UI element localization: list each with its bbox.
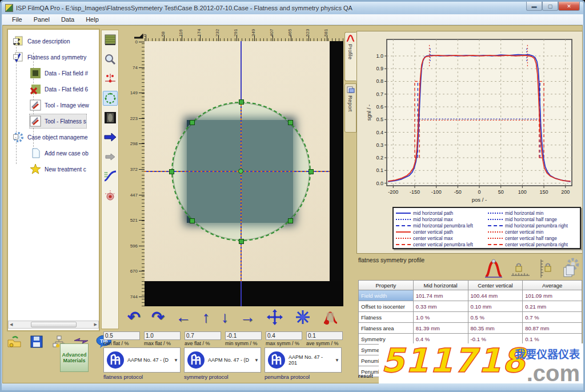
- legend-item: mid horizontal penumbra left: [396, 222, 486, 229]
- advanced-text: Advanced: [62, 352, 86, 358]
- roi-handle[interactable]: [239, 99, 244, 105]
- table-row[interactable]: Symmetry0.4 %-0.1 %0.1 %: [359, 334, 582, 345]
- legend-swatch: [396, 219, 411, 220]
- move-left-button[interactable]: ←: [175, 309, 191, 326]
- tree-item-new-treatment-c[interactable]: New treatment c: [30, 162, 86, 176]
- tree-expander[interactable]: -: [13, 134, 18, 139]
- roi-handle[interactable]: [239, 239, 244, 244]
- property-cell[interactable]: Flatness area: [359, 323, 414, 334]
- table-header-average[interactable]: Average: [523, 281, 582, 290]
- profile-curve-button[interactable]: [484, 258, 503, 279]
- tree-item-tool-flatness-s[interactable]: Tool - Flatness s: [30, 114, 86, 128]
- save-button[interactable]: [29, 334, 45, 349]
- flatness-protocol-select[interactable]: AAPM No. 47 - (D▼: [103, 347, 181, 373]
- roi-handle[interactable]: [190, 218, 195, 223]
- field-ave-symm[interactable]: [306, 331, 343, 340]
- legend-item: mid horizontal min: [488, 210, 578, 216]
- open-folder-button[interactable]: [6, 334, 22, 349]
- move-down-button[interactable]: ↓: [221, 309, 229, 326]
- maximize-button[interactable]: ▢: [542, 2, 558, 11]
- gear-pages-button[interactable]: [559, 257, 582, 279]
- field-max-symm[interactable]: [266, 331, 302, 340]
- tree-expander[interactable]: -: [13, 38, 18, 43]
- tree-item-tool-image-view[interactable]: Tool - Image view: [30, 98, 89, 112]
- menu-help[interactable]: Help: [81, 15, 104, 24]
- menu-panel[interactable]: Panel: [29, 15, 55, 24]
- arrow-gray-tool-button[interactable]: [103, 149, 118, 164]
- roi-handle[interactable]: [169, 169, 174, 174]
- tree-expander[interactable]: -: [13, 54, 18, 59]
- calib-curve-tool-button[interactable]: [103, 169, 118, 183]
- rotate-ccw-button[interactable]: ↶: [127, 309, 141, 326]
- svg-text:0.3: 0.3: [376, 142, 383, 148]
- film-image-view[interactable]: [145, 41, 343, 306]
- tree-item-data-flat-field[interactable]: Data - Flat field #: [30, 66, 88, 80]
- roi-handle[interactable]: [190, 120, 195, 125]
- table-row[interactable]: Offset to isocenter0.33 mm0.10 mm0.21 mm: [359, 301, 582, 312]
- table-row[interactable]: Flatness1.0 %0.5 %0.7 %: [359, 312, 582, 323]
- tree-item-flatness-and-symmetry[interactable]: Flatness and symmetry: [13, 50, 86, 64]
- property-cell[interactable]: Flatness: [359, 312, 414, 323]
- roi-center-handle[interactable]: [238, 169, 243, 174]
- tab-profile[interactable]: Profile: [344, 32, 356, 81]
- field-ave-flat[interactable]: [185, 331, 221, 340]
- table-header-mid-horizontal[interactable]: Mid horizontal: [413, 281, 468, 290]
- move-right-button[interactable]: →: [240, 309, 255, 326]
- field-label: min flat / %: [103, 341, 140, 346]
- roi-handle[interactable]: [308, 169, 314, 174]
- rotate-cw-button[interactable]: ↷: [151, 309, 165, 326]
- ruler-top-label: 0: [142, 34, 147, 37]
- tree-item-case-object-manageme[interactable]: Case object manageme: [13, 130, 88, 144]
- tab-report[interactable]: Report: [344, 83, 356, 133]
- minimize-button[interactable]: ▬: [526, 2, 542, 11]
- svg-text:-100: -100: [431, 189, 442, 195]
- tree-item-label: Tool - Flatness s: [45, 118, 86, 125]
- roi-handle[interactable]: [288, 120, 293, 125]
- penumbra-protocol-select[interactable]: AAPM No. 47 - 201▼: [265, 347, 342, 373]
- chevron-down-icon[interactable]: ▼: [174, 358, 178, 363]
- ruler-lock-horizontal-button[interactable]: [510, 262, 531, 279]
- chevron-down-icon[interactable]: ▼: [254, 358, 259, 363]
- menu-data[interactable]: Data: [56, 15, 79, 24]
- point-markers-tool-button[interactable]: [103, 71, 118, 86]
- roi-handle[interactable]: [288, 218, 293, 223]
- ruler-lock-vertical-button[interactable]: [538, 258, 552, 279]
- snowflake-button[interactable]: [295, 309, 311, 325]
- screen: ISP FilmQA Pro - E:\isp_Images\FlatnessS…: [0, 0, 585, 392]
- close-button[interactable]: ✕: [558, 2, 580, 11]
- field-min-symm[interactable]: [225, 331, 262, 340]
- tree-item-data-flat-field-6[interactable]: Data - Flat field 6: [30, 82, 88, 96]
- arrow-blue-tool-button[interactable]: [103, 130, 118, 145]
- table-row[interactable]: Field width101.74 mm100.44 mm101.09 mm: [359, 290, 582, 301]
- symmetry-protocol-select[interactable]: AAPM No. 47 - (D▼: [184, 347, 261, 373]
- table-row[interactable]: Flatness area81.39 mm80.35 mm80.87 mm: [359, 323, 582, 334]
- move-all-button[interactable]: [266, 309, 283, 326]
- circle-roi-tool-button[interactable]: [103, 91, 118, 106]
- scrollbar-thumb[interactable]: [31, 322, 77, 327]
- menu-file[interactable]: File: [7, 15, 27, 24]
- table-header-center-vertical[interactable]: Center vertical: [468, 281, 523, 290]
- chevron-down-icon[interactable]: ▼: [335, 358, 339, 363]
- magnifier-tool-button[interactable]: [103, 52, 118, 67]
- move-up-button[interactable]: ↑: [202, 309, 210, 326]
- tree-item-case-description[interactable]: Case description: [13, 34, 70, 48]
- profile-marker-button[interactable]: [322, 309, 339, 325]
- table-header-property[interactable]: Property: [359, 281, 414, 290]
- field-min-flat[interactable]: [103, 331, 140, 340]
- ruler-top-label: 581: [323, 29, 328, 37]
- field-label: min symm / %: [225, 341, 262, 346]
- property-cell[interactable]: Offset to isocenter: [359, 301, 414, 312]
- title-bar[interactable]: ISP FilmQA Pro - E:\isp_Images\FlatnessS…: [2, 2, 583, 14]
- property-cell[interactable]: Field width: [359, 290, 414, 301]
- field-max-flat[interactable]: [144, 331, 181, 340]
- property-cell[interactable]: Symmetry: [359, 334, 414, 345]
- film-thumb-tool-button[interactable]: [103, 110, 118, 125]
- scroll-right-arrow-icon[interactable]: ▶: [94, 322, 97, 327]
- scan-image-tool-button[interactable]: [103, 33, 118, 47]
- data-green-icon: [30, 67, 41, 79]
- tree-item-add-new-case-ob[interactable]: Add new case ob: [30, 146, 89, 160]
- tree-scrollbar[interactable]: ◀ ▶: [8, 321, 99, 329]
- beam-profile-chart: -200-150-100-500501001502000.00.10.20.30…: [365, 34, 579, 205]
- red-pin-tool-button[interactable]: [103, 188, 118, 203]
- scroll-left-arrow-icon[interactable]: ◀: [10, 322, 13, 327]
